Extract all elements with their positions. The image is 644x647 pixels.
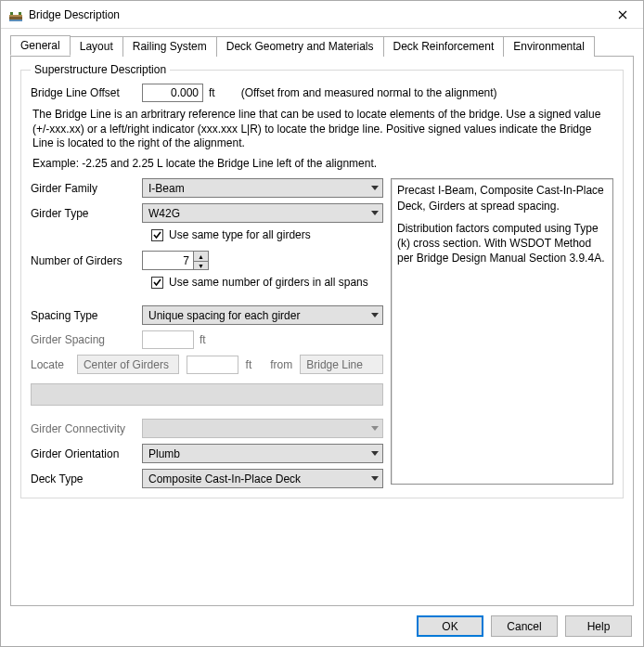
deck-type-value: Composite Cast-In-Place Deck (148, 472, 301, 485)
girder-spacing-input (142, 330, 194, 349)
description-p2: Distribution factors computed using Type… (397, 221, 607, 266)
chevron-down-icon (371, 451, 379, 456)
chevron-down-icon (371, 476, 379, 481)
spacing-type-value: Unique spacing for each girder (148, 309, 300, 322)
deck-type-combo[interactable]: Composite Cast-In-Place Deck (142, 469, 383, 488)
girder-type-label: Girder Type (31, 207, 142, 220)
app-icon (8, 7, 23, 22)
tab-layout[interactable]: Layout (70, 36, 123, 57)
chevron-down-icon (371, 313, 379, 317)
girder-orientation-value: Plumb (148, 447, 180, 460)
help-button[interactable]: Help (565, 615, 632, 637)
spinner-up[interactable]: ▲ (194, 251, 209, 261)
deck-type-label: Deck Type (31, 472, 142, 485)
same-num-checkbox[interactable] (151, 277, 163, 289)
from-label: from (270, 358, 292, 371)
tab-environmental[interactable]: Environmental (503, 36, 595, 57)
ok-button[interactable]: OK (417, 615, 483, 637)
help-paragraph-1: The Bridge Line is an arbritrary referen… (32, 108, 612, 151)
offset-unit: ft (209, 86, 215, 99)
offset-note: (Offset from and measured normal to the … (241, 86, 497, 99)
cancel-button[interactable]: Cancel (491, 615, 558, 637)
tab-railing[interactable]: Railing System (122, 36, 217, 57)
locate-combo: Center of Girders (77, 355, 179, 374)
girder-spacing-unit: ft (200, 333, 206, 346)
spacing-type-label: Spacing Type (31, 309, 142, 322)
offset-label: Bridge Line Offset (31, 86, 142, 99)
num-girders-input[interactable] (142, 251, 194, 270)
bridge-line-offset-row: Bridge Line Offset ft (Offset from and m… (31, 84, 613, 102)
superstructure-group: Superstructure Description Bridge Line O… (20, 63, 624, 498)
from-value: Bridge Line (306, 358, 363, 371)
description-p1: Precast I-Beam, Composite Cast-In-Place … (397, 183, 607, 213)
tab-panel-general: Superstructure Description Bridge Line O… (10, 56, 634, 606)
locate-label: Locate (31, 358, 70, 371)
locate-value: Center of Girders (84, 358, 169, 371)
spinner-down[interactable]: ▼ (194, 261, 209, 271)
girder-orientation-label: Girder Orientation (31, 447, 142, 460)
num-girders-spinner[interactable]: ▲ ▼ (142, 251, 209, 270)
girder-spacing-label: Girder Spacing (31, 333, 142, 346)
dialog-buttons: OK Cancel Help (1, 606, 643, 646)
disabled-bar (31, 383, 383, 406)
svg-rect-4 (9, 19, 22, 21)
tab-general[interactable]: General (10, 35, 71, 56)
close-button[interactable] (601, 1, 643, 29)
offset-input[interactable] (142, 84, 203, 102)
svg-rect-1 (9, 15, 22, 17)
window-title: Bridge Description (29, 8, 601, 21)
group-legend: Superstructure Description (31, 63, 170, 76)
chevron-down-icon (371, 211, 379, 215)
locate-offset-input (187, 356, 238, 374)
description-panel: Precast I-Beam, Composite Cast-In-Place … (391, 178, 613, 485)
tab-deck-geom[interactable]: Deck Geometry and Materials (216, 36, 384, 57)
chevron-down-icon (371, 426, 379, 431)
locate-unit: ft (246, 358, 252, 371)
tab-strip: General Layout Railing System Deck Geome… (10, 35, 634, 57)
girder-orientation-combo[interactable]: Plumb (142, 444, 383, 463)
num-girders-label: Number of Girders (31, 254, 142, 267)
titlebar: Bridge Description (1, 1, 643, 29)
two-column-area: Girder Family I-Beam Girder Type W42G (31, 178, 613, 488)
content-area: General Layout Railing System Deck Geome… (1, 29, 643, 606)
spacing-type-combo[interactable]: Unique spacing for each girder (142, 305, 383, 325)
svg-rect-3 (19, 12, 21, 15)
same-type-checkbox[interactable] (151, 229, 163, 241)
form-column: Girder Family I-Beam Girder Type W42G (31, 178, 383, 488)
girder-connectivity-combo (142, 419, 383, 438)
girder-connectivity-label: Girder Connectivity (31, 422, 142, 435)
svg-rect-2 (10, 12, 13, 15)
tab-deck-reinf[interactable]: Deck Reinforcement (383, 36, 505, 57)
girder-family-combo[interactable]: I-Beam (142, 178, 383, 198)
girder-type-value: W42G (148, 207, 180, 220)
girder-family-value: I-Beam (148, 182, 185, 195)
same-type-label: Use same type for all girders (169, 228, 311, 241)
chevron-down-icon (371, 186, 379, 190)
help-paragraph-2: Example: -2.25 and 2.25 L locate the Bri… (32, 157, 612, 172)
girder-type-combo[interactable]: W42G (142, 203, 383, 223)
dialog-window: Bridge Description General Layout Railin… (0, 0, 644, 647)
same-num-label: Use same number of girders in all spans (169, 276, 368, 289)
girder-family-label: Girder Family (31, 182, 142, 195)
from-combo: Bridge Line (300, 355, 383, 374)
